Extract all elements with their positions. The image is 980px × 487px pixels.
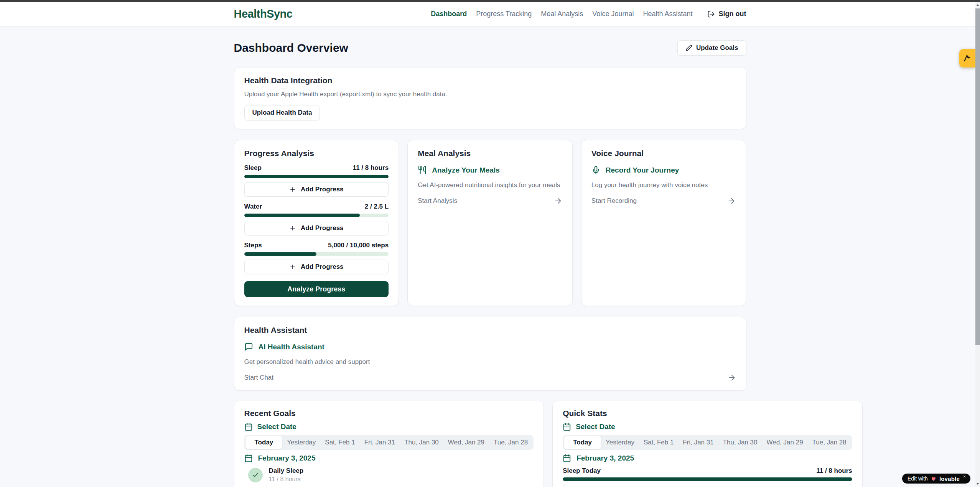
card-title: Health Data Integration — [244, 76, 736, 85]
tab-wed-jan-29[interactable]: Wed, Jan 29 — [443, 436, 489, 449]
link-label: Record Your Journey — [606, 166, 679, 174]
action-label: Start Recording — [591, 197, 637, 205]
sleep-today-progress-bar — [563, 477, 852, 481]
metric-label: Steps — [244, 242, 262, 249]
health-assistant-card: Health Assistant AI Health Assistant Get… — [234, 317, 746, 391]
scrollbar-down-button[interactable] — [975, 480, 980, 487]
nav-item-meal-analysis[interactable]: Meal Analysis — [541, 10, 583, 18]
mic-icon — [591, 166, 600, 174]
metric-sleep: Sleep 11 / 8 hours Add Progress — [244, 164, 389, 197]
card-description: Get AI-powered nutritional insights for … — [418, 181, 562, 189]
chevron-down-icon — [976, 483, 979, 485]
select-date-button[interactable]: Select Date — [244, 423, 534, 431]
badge-close-icon[interactable]: × — [963, 474, 966, 479]
start-recording-action[interactable]: Start Recording — [591, 197, 736, 205]
tab-thu-jan-30[interactable]: Thu, Jan 30 — [400, 436, 443, 449]
scrollbar-up-button[interactable] — [975, 2, 980, 8]
metric-value: 5,000 / 10,000 steps — [328, 242, 389, 249]
nav-item-progress-tracking[interactable]: Progress Tracking — [476, 10, 532, 18]
add-progress-label: Add Progress — [301, 224, 343, 232]
sign-out-button[interactable]: Sign out — [707, 10, 746, 18]
quick-stats-card: Quick Stats Select Date Today Yesterday … — [552, 401, 863, 487]
nav-item-dashboard[interactable]: Dashboard — [431, 10, 467, 18]
card-title: Health Assistant — [244, 326, 736, 335]
dev-mode-toggle-button[interactable] — [959, 49, 975, 67]
badge-prefix: Edit with — [908, 475, 928, 482]
start-chat-action[interactable]: Start Chat — [244, 373, 736, 382]
analyze-progress-button[interactable]: Analyze Progress — [244, 281, 389, 297]
tab-today[interactable]: Today — [245, 436, 283, 449]
edit-pencil-icon — [685, 44, 692, 51]
tab-fri-jan-31[interactable]: Fri, Jan 31 — [360, 436, 400, 449]
add-progress-sleep-button[interactable]: Add Progress — [244, 182, 389, 197]
water-progress-bar — [244, 214, 389, 217]
selected-date: February 3, 2025 — [244, 454, 534, 462]
add-progress-button[interactable]: Add Progress — [563, 484, 852, 487]
recent-goals-card: Recent Goals Select Date Today Yesterday… — [234, 401, 544, 487]
badge-brand: lovable — [939, 475, 960, 482]
calendar-icon — [244, 454, 253, 462]
card-title: Quick Stats — [563, 409, 852, 418]
tab-yesterday[interactable]: Yesterday — [601, 436, 639, 449]
voice-journal-card: Voice Journal Record Your Journey Log yo… — [581, 140, 746, 306]
chevron-up-icon — [976, 4, 979, 6]
select-date-label: Select Date — [576, 423, 615, 431]
metric-label: Sleep Today — [563, 467, 601, 475]
update-goals-button[interactable]: Update Goals — [677, 40, 746, 56]
selected-date-label: February 3, 2025 — [576, 454, 634, 462]
scrollbar-thumb[interactable] — [975, 8, 980, 345]
plus-icon — [289, 263, 296, 270]
link-label: Analyze Your Meals — [432, 166, 500, 174]
card-title: Progress Analysis — [244, 149, 389, 158]
tab-yesterday[interactable]: Yesterday — [282, 436, 320, 449]
metric-label: Water — [244, 203, 262, 211]
check-circle — [248, 468, 263, 482]
tab-sat-feb-1[interactable]: Sat, Feb 1 — [639, 436, 678, 449]
calendar-icon — [563, 423, 571, 431]
logout-icon — [707, 10, 715, 18]
add-progress-label: Add Progress — [301, 186, 343, 193]
action-label: Start Analysis — [418, 197, 457, 205]
plus-icon — [289, 186, 296, 193]
metric-value: 11 / 8 hours — [816, 467, 852, 475]
tab-sat-feb-1[interactable]: Sat, Feb 1 — [320, 436, 359, 449]
card-title: Meal Analysis — [418, 149, 562, 158]
add-progress-steps-button[interactable]: Add Progress — [244, 260, 389, 274]
window-top-strip — [0, 0, 980, 2]
goal-name: Daily Sleep — [269, 467, 304, 475]
upload-health-data-button[interactable]: Upload Health Data — [244, 105, 320, 120]
plus-icon — [289, 225, 296, 232]
update-goals-label: Update Goals — [696, 44, 738, 52]
edit-with-lovable-badge[interactable]: Edit with lovable × — [902, 474, 970, 484]
sleep-progress-bar — [244, 175, 389, 178]
tab-tue-jan-28[interactable]: Tue, Jan 28 — [489, 436, 532, 449]
nav-item-health-assistant[interactable]: Health Assistant — [643, 10, 692, 18]
tab-wed-jan-29[interactable]: Wed, Jan 29 — [762, 436, 807, 449]
steps-progress-bar — [244, 252, 389, 256]
metric-steps: Steps 5,000 / 10,000 steps Add Progress — [244, 242, 389, 274]
record-your-journey-link[interactable]: Record Your Journey — [591, 166, 736, 174]
heart-icon — [931, 476, 937, 482]
analyze-your-meals-link[interactable]: Analyze Your Meals — [418, 166, 562, 174]
ai-health-assistant-link[interactable]: AI Health Assistant — [244, 342, 736, 351]
tab-today[interactable]: Today — [564, 436, 601, 449]
start-analysis-action[interactable]: Start Analysis — [418, 197, 562, 205]
card-description: Log your health journey with voice notes — [591, 181, 736, 189]
select-date-button[interactable]: Select Date — [563, 423, 852, 431]
tab-thu-jan-30[interactable]: Thu, Jan 30 — [718, 436, 762, 449]
progress-analysis-card: Progress Analysis Sleep 11 / 8 hours Add… — [234, 140, 399, 306]
add-progress-water-button[interactable]: Add Progress — [244, 221, 389, 235]
goal-entry-daily-sleep: Daily Sleep 11 / 8 hours — [244, 467, 534, 483]
card-title: Voice Journal — [591, 149, 736, 158]
arrow-right-icon — [554, 197, 562, 205]
meal-analysis-card: Meal Analysis Analyze Your Meals Get AI-… — [407, 140, 573, 306]
calendar-icon — [244, 423, 253, 431]
add-progress-label: Add Progress — [301, 263, 343, 271]
tab-fri-jan-31[interactable]: Fri, Jan 31 — [678, 436, 718, 449]
app-logo: HealthSync — [234, 8, 293, 20]
nav-item-voice-journal[interactable]: Voice Journal — [592, 10, 634, 18]
vertical-scrollbar[interactable] — [975, 0, 980, 487]
date-tabs: Today Yesterday Sat, Feb 1 Fri, Jan 31 T… — [563, 435, 852, 450]
metric-sleep-today: Sleep Today 11 / 8 hours Add Progress — [563, 467, 852, 487]
tab-tue-jan-28[interactable]: Tue, Jan 28 — [808, 436, 851, 449]
